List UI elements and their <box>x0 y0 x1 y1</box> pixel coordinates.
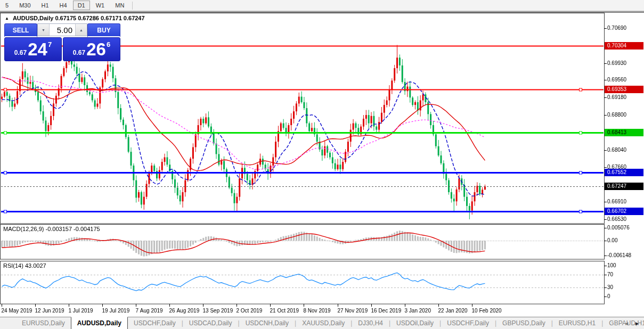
window-splitter[interactable] <box>0 11 644 13</box>
one-click-trading-panel: SELL ▼ 5.00 ▲ BUY 0.67 24 7 0.67 26 6 <box>4 23 120 61</box>
tab-scroll-arrows: ◄ ► <box>624 317 640 329</box>
sell-price-prefix: 0.67 <box>14 49 27 61</box>
chart-tab-USDCNH-Daily[interactable]: USDCNH,Daily <box>240 317 295 329</box>
chart-title-text: AUDUSD,Daily 0.67175 0.67286 0.67171 0.6… <box>13 15 145 21</box>
tab-scroll-left-icon[interactable]: ◄ <box>624 320 629 326</box>
chart-tab-EURUSD-Daily[interactable]: EURUSD,Daily <box>16 317 71 329</box>
rsi-indicator-label: RSI(14) 43.0027 <box>3 262 46 269</box>
chart-tab-AUDUSD-Daily[interactable]: AUDUSD,Daily <box>71 317 128 329</box>
chart-tab-USDOil-Daily[interactable]: USDOil,Daily <box>390 317 439 329</box>
chart-tab-USDCAD-Daily[interactable]: USDCAD,Daily <box>183 317 238 329</box>
timeframe-button-5[interactable]: 5 <box>1 1 13 10</box>
timeframe-button-D1[interactable]: D1 <box>73 1 90 10</box>
spin-down-icon: ▼ <box>42 28 45 32</box>
timeframe-button-H1[interactable]: H1 <box>37 1 54 10</box>
chart-tab-XAUUSD-Daily[interactable]: XAUUSD,Daily <box>296 317 350 329</box>
chart-tab-DJ30-H4[interactable]: DJ30,H4 <box>352 317 389 329</box>
timeframe-button-W1[interactable]: W1 <box>91 1 110 10</box>
chart-tab-EURUSD-H1[interactable]: EURUSD,H1 <box>553 317 601 329</box>
timeframe-toolbar: 5M30H1H4D1W1MN <box>0 0 644 11</box>
sell-price-big: 24 <box>28 39 47 60</box>
volume-increase-button[interactable]: ▲ <box>75 24 87 36</box>
buy-price-sup: 6 <box>107 38 110 48</box>
chart-tab-GBPUSD-Daily[interactable]: GBPUSD,Daily <box>496 317 551 329</box>
chart-title: ▲AUDUSD,Daily 0.67175 0.67286 0.67171 0.… <box>5 15 145 21</box>
timeframe-button-H4[interactable]: H4 <box>55 1 72 10</box>
collapse-icon[interactable]: ▲ <box>5 16 9 21</box>
sell-button[interactable]: SELL <box>4 23 37 37</box>
sell-price-sup: 7 <box>48 38 52 48</box>
timeframe-button-M30[interactable]: M30 <box>14 1 35 10</box>
buy-button[interactable]: BUY <box>87 23 120 37</box>
chart-tab-USDCHF-Daily[interactable]: USDCHF,Daily <box>128 317 182 329</box>
macd-indicator-label: MACD(12,26,9) -0.003157 -0.004175 <box>3 226 100 232</box>
volume-input[interactable]: 5.00 <box>50 24 75 36</box>
buy-price-prefix: 0.67 <box>73 49 85 61</box>
timeframe-button-MN[interactable]: MN <box>110 1 129 10</box>
volume-box: ▼ 5.00 ▲ <box>37 23 87 36</box>
toolbar-separator <box>132 2 133 10</box>
buy-price-button[interactable]: 0.67 26 6 <box>63 37 120 61</box>
spin-up-icon: ▲ <box>79 28 83 32</box>
volume-decrease-button[interactable]: ▼ <box>38 24 50 36</box>
chart-tab-USDCHF-Daily[interactable]: USDCHF,Daily <box>441 317 495 329</box>
tab-scroll-right-icon[interactable]: ► <box>634 320 640 326</box>
sell-price-button[interactable]: 0.67 24 7 <box>4 37 62 61</box>
buy-price-big: 26 <box>86 39 106 60</box>
chart-tab-bar: EURUSD,DailyAUDUSD,DailyUSDCHF,Daily|USD… <box>0 317 644 329</box>
